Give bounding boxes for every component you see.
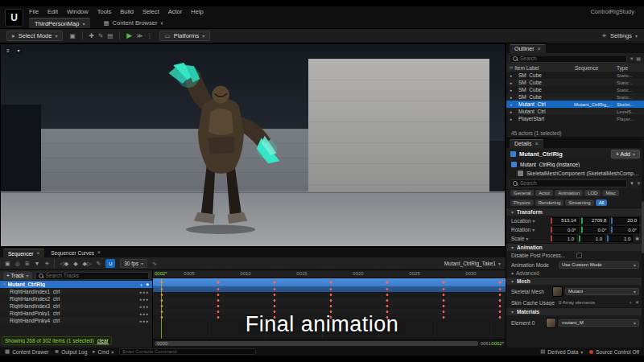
edit-mode-pencil-icon[interactable]: ✎ [96,261,101,266]
outliner-row[interactable]: ● SM_Cube Static... [506,86,644,93]
section-transform[interactable]: ▾ Transform [506,208,644,216]
track-section-selected[interactable] [153,278,506,286]
auto-key-toggle[interactable]: ∪ [105,259,115,268]
column-sequence[interactable]: Sequence [575,65,615,71]
select-mode-dropdown[interactable]: ▸ Select Mode ▾ [6,31,63,41]
mutant-character[interactable] [157,63,284,237]
outliner-settings-icon[interactable]: ✳ [630,56,634,61]
track-options-icons[interactable]: ●●● [139,290,149,294]
section-animation[interactable]: ▾ Animation [506,243,644,251]
outliner-search-input[interactable] [520,56,624,61]
fps-dropdown[interactable]: 30 fps ▾ [120,259,147,268]
menu-build[interactable]: Build [120,8,134,15]
tab-sequencer-curves[interactable]: Sequencer Curves × [46,249,105,257]
menu-help[interactable]: Help [191,8,203,15]
settings-dropdown[interactable]: ✳ Settings ▾ [602,32,638,39]
track-search[interactable] [35,272,149,280]
visibility-eye-icon[interactable]: ● [510,117,516,121]
track-options-icons[interactable]: ●●● [139,304,149,309]
location-z-field[interactable]: 20.0 [611,217,639,224]
filter-tab-animation[interactable]: Animation [555,190,583,196]
viewport-view-options-icon[interactable]: ▾ [14,47,23,54]
filter-tab-lod[interactable]: LOD [584,190,601,196]
content-drawer-button[interactable]: ▦ Content Drawer [5,349,49,355]
sequence-breadcrumb[interactable]: Mutant_CtrlRig_Take1 ▾ [444,261,501,266]
add-section-icon[interactable]: ＋ [138,282,143,287]
level-tab[interactable]: ThirdPersonMap ▾ [29,18,90,28]
location-label[interactable]: Location▾ [511,218,548,224]
outliner-row[interactable]: ● SM_Cube Static... [506,72,644,79]
console-command-box[interactable] [119,348,256,355]
outliner-row-selected[interactable]: ● Mutant_Ctrl Mutant_CtrlRig_Take1 Skele… [506,101,644,108]
actions-icon[interactable]: ≣ [25,261,30,266]
curve-editor-icon[interactable]: ∿ [152,261,157,266]
key-next-icon[interactable]: ◆▷ [83,261,92,266]
add-keyframe-icon[interactable]: ◆ [73,261,77,266]
location-x-field[interactable]: 513.14 [551,217,579,224]
output-log-button[interactable]: ≣ Output Log [55,349,88,355]
render-movie-icon[interactable]: ◎ [15,261,20,266]
unreal-logo-icon[interactable]: U [5,9,23,27]
filter-tab-physics[interactable]: Physics [510,200,534,206]
filter-tab-general[interactable]: General [510,190,534,196]
details-search[interactable] [510,179,627,187]
visibility-eye-icon[interactable]: ● [510,95,516,100]
filter-tab-all[interactable]: All [596,200,608,206]
cinematics-icon[interactable]: ▤ [107,33,113,39]
rotation-label[interactable]: Rotation▾ [511,227,548,232]
derived-data-dropdown[interactable]: ▤ Derived Data ▾ [540,349,583,355]
visibility-eye-icon[interactable]: ● [510,73,516,78]
platforms-dropdown[interactable]: ▭ Platforms ▾ [159,31,211,41]
range-scrollbar[interactable] [155,341,478,346]
keyframe-lane[interactable] [153,292,506,298]
play-button[interactable]: ▶ [126,32,132,39]
timeline-ruler[interactable]: 0002* 0005 0010 0015 0020 0025 0030 [153,270,506,278]
details-settings-icon[interactable]: ✳ [637,181,641,186]
track-row[interactable]: ▾ Mutant_CtrlRig ＋ ◆ [0,281,152,288]
track-row[interactable]: RightHandIndex1_ctrl ●●● [0,288,152,295]
disable-post-process-checkbox[interactable] [576,253,582,258]
menu-file[interactable]: File [29,8,39,15]
outliner-row[interactable]: ● PlayerStart Player... [506,115,644,122]
column-type[interactable]: Type [617,65,641,71]
details-filter-icon[interactable]: ▼ [630,181,634,186]
details-search-input[interactable] [520,180,624,186]
filter-tab-actor[interactable]: Actor [535,190,553,196]
filter-tab-misc[interactable]: Misc [602,190,618,196]
more-options-icon[interactable]: ⋮ [147,33,153,39]
blueprints-icon[interactable]: ✎ [98,33,103,39]
component-row[interactable]: SkeletalMeshComponent (SkeletalMeshCompo… [506,169,644,178]
keyframe-lane[interactable] [153,303,506,309]
filter-clear-link[interactable]: clear [97,338,109,343]
viewport-menu-icon[interactable]: ≡ [4,47,12,54]
advanced-expander[interactable]: ▾ Advanced [506,269,644,277]
tab-details[interactable]: Details × [510,139,543,148]
tab-sequencer[interactable]: Sequencer × [3,249,44,257]
menu-edit[interactable]: Edit [47,8,58,15]
filter-tab-rendering[interactable]: Rendering [535,200,564,206]
menu-select[interactable]: Select [142,8,159,15]
add-component-button[interactable]: + Add ▾ [611,150,640,158]
close-icon[interactable]: × [538,46,541,51]
animation-mode-dropdown[interactable]: Use Custom Mode ▾ [559,261,639,269]
tab-outliner[interactable]: Outliner × [510,44,546,53]
rotation-z-field[interactable]: 0.0° [611,226,639,233]
track-section[interactable] [153,286,506,292]
column-item-label[interactable]: Item Label [514,65,573,71]
viewport[interactable]: ≡ ▾ [0,43,506,247]
cmd-dropdown[interactable]: ▸ Cmd ▾ [93,349,114,355]
visibility-eye-icon[interactable]: ● [510,80,516,85]
visibility-eye-icon[interactable]: ● [510,88,516,93]
scale-label[interactable]: Scale▾ [511,236,548,241]
rotation-y-field[interactable]: 0.0° [581,226,609,233]
filter-icon[interactable]: ▼ [35,261,40,266]
key-previous-icon[interactable]: ◁◆ [60,261,68,266]
refresh-icon[interactable]: ⟳ [510,66,513,70]
close-icon[interactable]: × [36,251,39,257]
filter-tab-streaming[interactable]: Streaming [565,200,593,206]
menu-actor[interactable]: Actor [168,8,183,15]
lock-icon[interactable]: ▣ [635,237,639,241]
visibility-eye-icon[interactable]: ● [510,109,516,114]
edit-options-icon[interactable]: ✳ [45,261,50,266]
skeletal-mesh-dropdown[interactable]: Mutant ▾ [565,288,639,295]
